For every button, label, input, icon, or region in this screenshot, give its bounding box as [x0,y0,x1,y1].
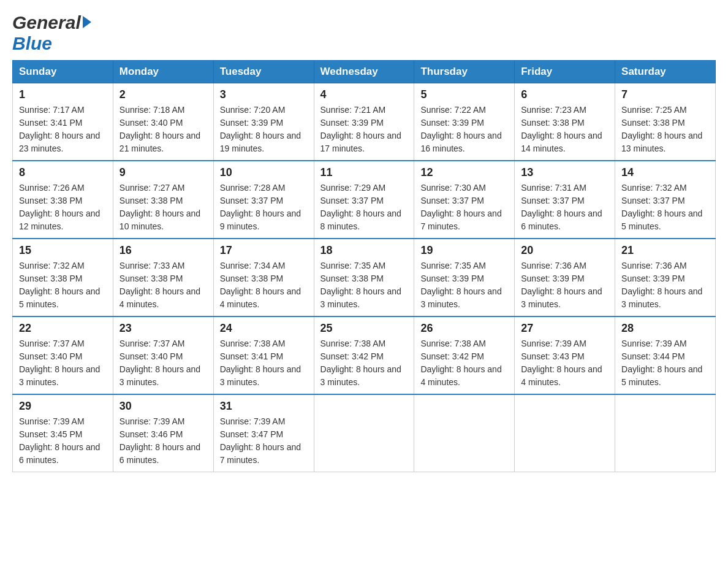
day-info: Sunrise: 7:23 AMSunset: 3:38 PMDaylight:… [521,104,609,155]
day-number: 7 [621,88,709,101]
calendar-cell: 29Sunrise: 7:39 AMSunset: 3:45 PMDayligh… [13,394,113,472]
day-number: 9 [119,166,207,179]
day-number: 22 [19,322,107,335]
calendar-cell: 31Sunrise: 7:39 AMSunset: 3:47 PMDayligh… [213,394,314,472]
calendar-cell: 15Sunrise: 7:32 AMSunset: 3:38 PMDayligh… [13,239,113,316]
day-number: 23 [119,322,207,335]
day-info: Sunrise: 7:39 AMSunset: 3:46 PMDaylight:… [119,415,207,467]
day-number: 11 [320,166,408,179]
day-number: 20 [521,244,609,257]
day-number: 30 [119,400,207,413]
calendar-cell: 19Sunrise: 7:35 AMSunset: 3:39 PMDayligh… [414,239,515,316]
day-info: Sunrise: 7:37 AMSunset: 3:40 PMDaylight:… [19,337,107,389]
day-number: 14 [621,166,709,179]
day-info: Sunrise: 7:22 AMSunset: 3:39 PMDaylight:… [420,104,508,155]
day-info: Sunrise: 7:27 AMSunset: 3:38 PMDaylight:… [119,182,207,233]
day-info: Sunrise: 7:33 AMSunset: 3:38 PMDaylight:… [119,259,207,311]
calendar-cell [515,394,615,472]
day-info: Sunrise: 7:32 AMSunset: 3:38 PMDaylight:… [19,259,107,311]
day-info: Sunrise: 7:31 AMSunset: 3:37 PMDaylight:… [521,182,609,233]
calendar-cell: 28Sunrise: 7:39 AMSunset: 3:44 PMDayligh… [615,316,716,394]
calendar-cell: 24Sunrise: 7:38 AMSunset: 3:41 PMDayligh… [213,316,314,394]
calendar-cell: 26Sunrise: 7:38 AMSunset: 3:42 PMDayligh… [414,316,515,394]
calendar-cell: 14Sunrise: 7:32 AMSunset: 3:37 PMDayligh… [615,161,716,239]
calendar-cell: 11Sunrise: 7:29 AMSunset: 3:37 PMDayligh… [314,161,414,239]
calendar-cell: 22Sunrise: 7:37 AMSunset: 3:40 PMDayligh… [13,316,113,394]
day-info: Sunrise: 7:39 AMSunset: 3:44 PMDaylight:… [621,337,709,389]
calendar-cell: 4Sunrise: 7:21 AMSunset: 3:39 PMDaylight… [314,83,414,161]
day-info: Sunrise: 7:20 AMSunset: 3:39 PMDaylight:… [220,104,308,155]
calendar-cell: 6Sunrise: 7:23 AMSunset: 3:38 PMDaylight… [515,83,615,161]
day-number: 17 [220,244,308,257]
day-info: Sunrise: 7:37 AMSunset: 3:40 PMDaylight:… [119,337,207,389]
day-info: Sunrise: 7:39 AMSunset: 3:45 PMDaylight:… [19,415,107,467]
day-info: Sunrise: 7:39 AMSunset: 3:43 PMDaylight:… [521,337,609,389]
day-info: Sunrise: 7:32 AMSunset: 3:37 PMDaylight:… [621,182,709,233]
weekday-header-saturday: Saturday [615,61,716,83]
weekday-header-row: SundayMondayTuesdayWednesdayThursdayFrid… [13,61,716,83]
day-number: 29 [19,400,107,413]
day-number: 13 [521,166,609,179]
weekday-header-wednesday: Wednesday [314,61,414,83]
logo: General Blue [12,12,93,54]
day-info: Sunrise: 7:17 AMSunset: 3:41 PMDaylight:… [19,104,107,155]
day-number: 8 [19,166,107,179]
day-number: 12 [420,166,508,179]
day-info: Sunrise: 7:18 AMSunset: 3:40 PMDaylight:… [119,104,207,155]
calendar-cell: 7Sunrise: 7:25 AMSunset: 3:38 PMDaylight… [615,83,716,161]
calendar-cell: 27Sunrise: 7:39 AMSunset: 3:43 PMDayligh… [515,316,615,394]
calendar-cell: 30Sunrise: 7:39 AMSunset: 3:46 PMDayligh… [113,394,213,472]
logo-blue-text: Blue [12,33,52,53]
calendar-cell: 17Sunrise: 7:34 AMSunset: 3:38 PMDayligh… [213,239,314,316]
calendar-cell: 16Sunrise: 7:33 AMSunset: 3:38 PMDayligh… [113,239,213,316]
weekday-header-tuesday: Tuesday [213,61,314,83]
day-number: 4 [320,88,408,101]
day-info: Sunrise: 7:26 AMSunset: 3:38 PMDaylight:… [19,182,107,233]
day-info: Sunrise: 7:38 AMSunset: 3:41 PMDaylight:… [220,337,308,389]
day-number: 10 [220,166,308,179]
calendar-cell: 18Sunrise: 7:35 AMSunset: 3:38 PMDayligh… [314,239,414,316]
calendar-cell: 3Sunrise: 7:20 AMSunset: 3:39 PMDaylight… [213,83,314,161]
day-number: 16 [119,244,207,257]
day-number: 3 [220,88,308,101]
day-number: 5 [420,88,508,101]
day-number: 25 [320,322,408,335]
week-row-4: 22Sunrise: 7:37 AMSunset: 3:40 PMDayligh… [13,316,716,394]
day-number: 28 [621,322,709,335]
day-number: 24 [220,322,308,335]
day-number: 6 [521,88,609,101]
week-row-5: 29Sunrise: 7:39 AMSunset: 3:45 PMDayligh… [13,394,716,472]
weekday-header-friday: Friday [515,61,615,83]
calendar-cell: 25Sunrise: 7:38 AMSunset: 3:42 PMDayligh… [314,316,414,394]
day-number: 31 [220,400,308,413]
calendar-table: SundayMondayTuesdayWednesdayThursdayFrid… [12,60,716,472]
day-info: Sunrise: 7:29 AMSunset: 3:37 PMDaylight:… [320,182,408,233]
calendar-cell: 9Sunrise: 7:27 AMSunset: 3:38 PMDaylight… [113,161,213,239]
day-info: Sunrise: 7:39 AMSunset: 3:47 PMDaylight:… [220,415,308,467]
calendar-cell: 8Sunrise: 7:26 AMSunset: 3:38 PMDaylight… [13,161,113,239]
week-row-2: 8Sunrise: 7:26 AMSunset: 3:38 PMDaylight… [13,161,716,239]
week-row-1: 1Sunrise: 7:17 AMSunset: 3:41 PMDaylight… [13,83,716,161]
day-info: Sunrise: 7:36 AMSunset: 3:39 PMDaylight:… [621,259,709,311]
calendar-cell: 10Sunrise: 7:28 AMSunset: 3:37 PMDayligh… [213,161,314,239]
day-info: Sunrise: 7:35 AMSunset: 3:39 PMDaylight:… [420,259,508,311]
day-info: Sunrise: 7:25 AMSunset: 3:38 PMDaylight:… [621,104,709,155]
day-number: 1 [19,88,107,101]
day-info: Sunrise: 7:34 AMSunset: 3:38 PMDaylight:… [220,259,308,311]
weekday-header-monday: Monday [113,61,213,83]
calendar-cell: 1Sunrise: 7:17 AMSunset: 3:41 PMDaylight… [13,83,113,161]
day-number: 2 [119,88,207,101]
calendar-cell: 12Sunrise: 7:30 AMSunset: 3:37 PMDayligh… [414,161,515,239]
day-number: 18 [320,244,408,257]
calendar-cell [414,394,515,472]
weekday-header-sunday: Sunday [13,61,113,83]
day-info: Sunrise: 7:30 AMSunset: 3:37 PMDaylight:… [420,182,508,233]
calendar-cell [615,394,716,472]
calendar-cell: 2Sunrise: 7:18 AMSunset: 3:40 PMDaylight… [113,83,213,161]
day-info: Sunrise: 7:21 AMSunset: 3:39 PMDaylight:… [320,104,408,155]
week-row-3: 15Sunrise: 7:32 AMSunset: 3:38 PMDayligh… [13,239,716,316]
calendar-cell: 5Sunrise: 7:22 AMSunset: 3:39 PMDaylight… [414,83,515,161]
day-info: Sunrise: 7:28 AMSunset: 3:37 PMDaylight:… [220,182,308,233]
calendar-cell: 13Sunrise: 7:31 AMSunset: 3:37 PMDayligh… [515,161,615,239]
page-header: General Blue [12,12,716,54]
